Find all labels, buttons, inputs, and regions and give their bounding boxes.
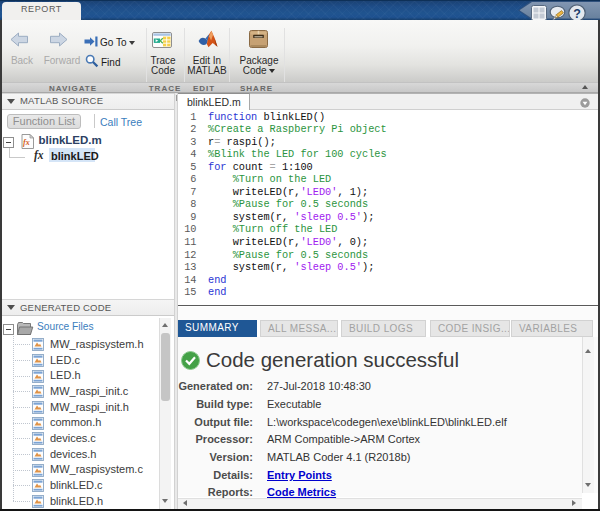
svg-text:?: ? <box>573 6 581 20</box>
svg-text:fx: fx <box>23 138 30 147</box>
